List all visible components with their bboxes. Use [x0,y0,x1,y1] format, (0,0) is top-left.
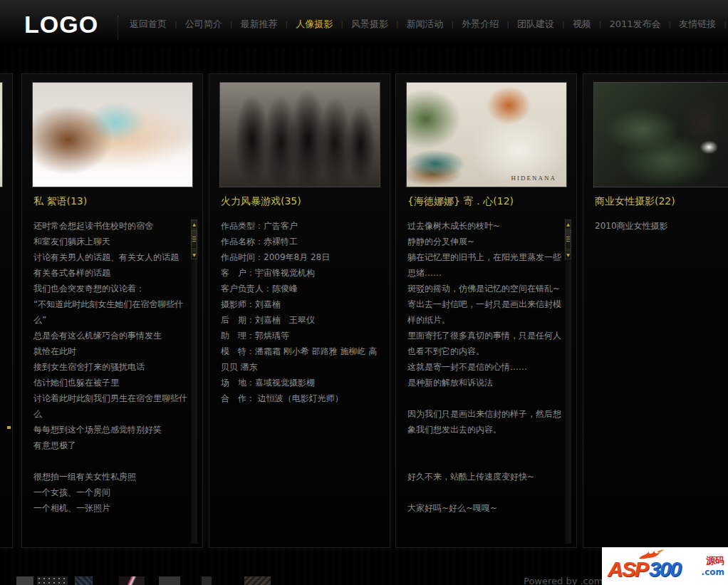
site-logo[interactable]: LOGO [24,11,98,38]
nav-item-video[interactable]: 视频 [573,18,591,31]
thumbnail[interactable] [159,576,180,585]
text-line: 有关各式各样的话题 [33,265,194,281]
text-line: 里面寄托了很多真切的事情，只是任何人也看不到它的内容。 [407,328,568,359]
watermark-com-text: .com [702,567,724,577]
logo-divider [118,16,118,40]
card-carousel: 私 絮语(13) 还时常会想起读书住校时的宿舍 和室友们躺床上聊天 讨论有关男人… [0,48,728,585]
nav-item-team[interactable]: 团队建设 [517,18,554,31]
text-line: 静静的分叉伸展~ [407,234,568,249]
text-line: 2010商业女性摄影 [595,218,728,234]
text-line: 还时常会想起读书住校时的宿舍 [33,218,194,234]
card-photo[interactable] [593,82,728,187]
text-line [407,485,568,500]
card-title[interactable]: 商业女性摄影(22) [595,195,675,208]
nav-separator: | [452,20,454,29]
nav-separator: | [669,20,672,29]
scroll-thumb[interactable] [565,229,571,249]
scroll-grip-icon [566,237,570,242]
scroll-up-icon[interactable]: ▲ [565,219,571,229]
card-photo[interactable] [32,82,193,187]
thumbnail[interactable] [119,576,145,585]
card-text: 过去像树木成长的枝叶~ 静静的分叉伸展~ 躺在记忆里的旧书上，在阳光里蒸发一些思… [407,218,568,516]
text-line: 估计她们也躲在被子里 [33,375,194,390]
nav-item-company[interactable]: 公司简介 [185,18,222,31]
thumbnail[interactable] [37,576,68,585]
text-line: 寄出去一封信吧，一封只是画出来信封模样的纸片。 [407,296,568,328]
text-line: 客户负责人：陈俊峰 [221,281,382,296]
scroll-down-icon[interactable]: ▼ [191,250,197,259]
text-line: 我们也会突发奇想的议论着： [33,281,194,296]
nav-item-latest[interactable]: 最新推荐 [240,18,277,31]
text-line: 场 地：嘉域视觉摄影棚 [221,375,382,390]
text-line: 这就是寄一封不是信的心情…… [407,359,568,375]
text-line: 后 期：刘嘉楠 王翠仪 [221,312,382,328]
card-photo[interactable] [0,82,3,187]
nav-separator: | [506,20,509,29]
nav-item-news[interactable]: 新闻活动 [407,18,444,31]
card-photo[interactable] [219,82,380,187]
text-line: 很想拍一组有关女性私房照 [33,469,194,485]
nav-item-location[interactable]: 外景介绍 [462,18,499,31]
card-firestorm-game: 火力风暴游戏(35) 作品类型：广告客户 作品名称：赤裸特工 作品时间：2009… [209,73,390,548]
text-line [407,453,568,469]
photo-caption: HIDENANA [407,175,556,182]
nav-item-home[interactable]: 返回首页 [130,18,167,31]
top-nav-bar: LOGO 返回首页 | 公司简介 | 最新推荐 | 人像摄影 | 风景摄影 | … [0,0,728,48]
watermark-300-text: 300 [649,557,680,581]
page: LOGO 返回首页 | 公司简介 | 最新推荐 | 人像摄影 | 风景摄影 | … [0,0,728,585]
card-private-whispers: 私 絮语(13) 还时常会想起读书住校时的宿舍 和室友们躺床上聊天 讨论有关男人… [21,73,203,548]
nav-separator: | [396,20,399,29]
watermark-source-text: 源码 [706,554,724,567]
nav-item-links[interactable]: 友情链接 [679,18,716,31]
card-scrollbar[interactable]: ▲ ▼ [565,219,571,544]
card-scrollbar[interactable]: ▲ ▼ [191,219,197,544]
text-line: 讨论着此时此刻我们男生在宿舍里聊些什么 [33,390,194,422]
text-line: 作品时间：2009年8月 28日 [221,249,382,265]
text-line: 就恰在此时 [33,343,194,359]
scroll-up-icon[interactable]: ▲ [191,219,197,229]
text-line: 每每想到这个场景总感觉特别好笑 [33,422,194,438]
card-hidenana-letter: HIDENANA {海德娜娜} 寄．心(12) 过去像树木成长的枝叶~ 静静的分… [395,73,577,548]
asp300-watermark: ASP 300 源码 .com [602,547,728,585]
card-title[interactable]: 火力风暴游戏(35) [221,195,301,208]
card-text: 2010商业女性摄影 [595,218,728,234]
nav-item-landscape[interactable]: 风景摄影 [351,18,388,31]
thumbnail[interactable] [202,576,212,585]
nav-item-2011-launch[interactable]: 2011发布会 [609,18,660,31]
text-line: 有意思极了 [33,438,194,453]
text-line: 作品名称：赤裸特工 [221,234,382,249]
text-line: “不知道此时此刻女生她们在宿舍聊些什么” [33,296,194,328]
card-photo[interactable]: HIDENANA [406,82,567,187]
partial-card-left[interactable] [0,73,13,548]
text-line: 一个相机、一张照片 [33,500,194,516]
card-text: 作品类型：广告客户 作品名称：赤裸特工 作品时间：2009年8月 28日 客 户… [221,218,382,406]
thumbnail[interactable] [244,576,271,585]
text-line: 是种新的解放和诉说法 [407,375,568,390]
nav-item-portrait-active[interactable]: 人像摄影 [296,18,333,31]
text-line: 总是会有这么机缘巧合的事情发生 [33,328,194,343]
text-line: 客 户：宇宙锋视觉机构 [221,265,382,281]
thumbnail[interactable] [75,576,93,585]
text-line: 摄影师：刘嘉楠 [221,296,382,312]
text-line: 助 理：郭烘瑀等 [221,328,382,343]
text-line: 一个女孩、一个房间 [33,485,194,500]
nav-separator: | [285,20,288,29]
scroll-grip-icon [192,237,196,242]
card-title[interactable]: {海德娜娜} 寄．心(12) [407,195,514,208]
title-fragment [7,426,11,429]
text-line: 因为我们只是画出来信封的样子，然后想象我们想发出去的内容。 [407,406,568,438]
nav-separator: | [599,20,602,29]
nav-separator: | [230,20,233,29]
text-line: 斑驳的摇动，仿佛是记忆的空间在错乱~ [407,281,568,296]
text-line: 躺在记忆里的旧书上，在阳光里蒸发一些思绪…… [407,249,568,281]
scroll-down-icon[interactable]: ▼ [565,250,571,259]
scroll-thumb[interactable] [191,229,197,249]
powered-by-text: Powered by .com [524,576,603,585]
text-line: 大家好吗~好么~嘎嘎~ [407,500,568,516]
bottom-thumbnail-strip [0,576,299,585]
thumbnail[interactable] [16,576,33,585]
text-line [33,453,194,469]
card-title[interactable]: 私 絮语(13) [33,195,87,208]
text-line: 作品类型：广告客户 [221,218,382,234]
card-commercial-women: 商业女性摄影(22) 2010商业女性摄影 [583,73,728,548]
